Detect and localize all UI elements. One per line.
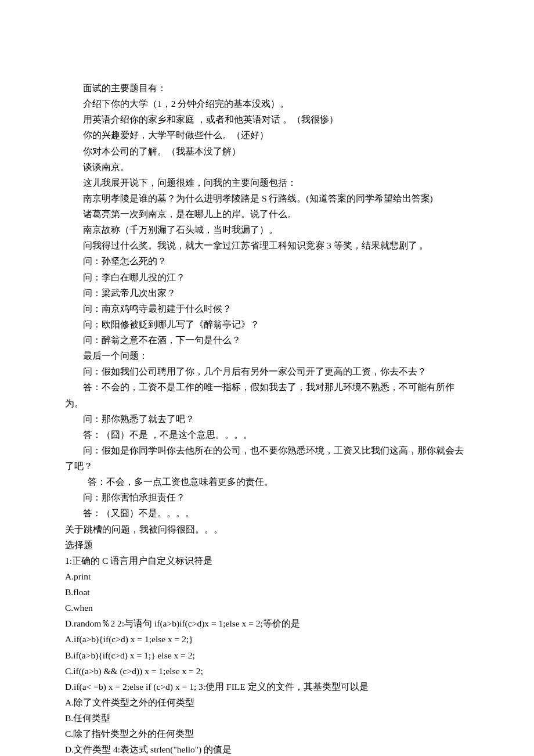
text-line: C.除了指针类型之外的任何类型 xyxy=(65,726,469,741)
text-line: 南京明孝陵是谁的墓？为什么进明孝陵路是 S 行路线。(知道答案的同学希望给出答案… xyxy=(65,190,469,206)
text-line: 答：不会的，工资不是工作的唯一指标，假如我去了，我对那儿环境不熟悉，不可能有所作… xyxy=(65,379,469,411)
text-line: D.文件类型 4:表达式 strlen("hello") 的值是 xyxy=(65,741,469,756)
text-line: 问：那你害怕承担责任？ xyxy=(65,489,469,505)
text-line: 问：假如我们公司聘用了你，几个月后有另外一家公司开了更高的工资，你去不去？ xyxy=(65,363,469,379)
text-line: 介绍下你的大学（1，2 分钟介绍完的基本没戏）。 xyxy=(65,96,469,111)
text-line: 答：（囧）不是 ，不是这个意思。。。。 xyxy=(65,427,469,442)
text-line: C.if((a>b) && (c>d)) x = 1;else x = 2; xyxy=(65,663,469,679)
text-line: 诸葛亮第一次到南京，是在哪儿上的岸。说了什么。 xyxy=(65,206,469,222)
document-page: 面试的主要题目有：介绍下你的大学（1，2 分钟介绍完的基本没戏）。用英语介绍你的… xyxy=(0,0,534,756)
text-line: 选择题 xyxy=(65,537,469,553)
text-line: 问我得过什么奖。我说，就大一拿过江苏省理工科知识竞赛 3 等奖，结果就悲剧了 。 xyxy=(65,237,469,253)
text-line: 你对本公司的了解。（我基本没了解） xyxy=(65,143,469,159)
text-line: 问：梁武帝几次出家？ xyxy=(65,285,469,301)
text-line: A.if(a>b){if(c>d) x = 1;else x = 2;} xyxy=(65,631,469,647)
text-line: 你的兴趣爱好，大学平时做些什么。（还好） xyxy=(65,127,469,143)
text-line: 问：欧阳修被贬到哪儿写了《醉翁亭记》？ xyxy=(65,316,469,332)
document-content: 面试的主要题目有：介绍下你的大学（1，2 分钟介绍完的基本没戏）。用英语介绍你的… xyxy=(65,80,469,756)
text-line: D.random％2 2:与语句 if(a>b)if(c>d)x = 1;els… xyxy=(65,615,469,631)
text-line: 关于跳槽的问题，我被问得很囧。。。 xyxy=(65,521,469,537)
text-line: 面试的主要题目有： xyxy=(65,80,469,96)
text-line: 问：醉翁之意不在酒，下一句是什么？ xyxy=(65,332,469,348)
text-line: 最后一个问题： xyxy=(65,348,469,363)
text-line: 这儿我展开说下，问题很难，问我的主要问题包括： xyxy=(65,175,469,190)
text-line: 问：那你熟悉了就去了吧？ xyxy=(65,411,469,427)
text-line: B.任何类型 xyxy=(65,710,469,726)
text-line: 问：南京鸡鸣寺最初建于什么时候？ xyxy=(65,301,469,316)
text-line: 问：李白在哪儿投的江？ xyxy=(65,269,469,285)
text-line: 南京故称（千万别漏了石头城，当时我漏了）。 xyxy=(65,222,469,237)
text-line: 问：假如是你同学叫你去他所在的公司，也不要你熟悉环境，工资又比我们这高，那你就会… xyxy=(65,442,469,474)
text-line: B.float xyxy=(65,584,469,600)
text-line: A.除了文件类型之外的任何类型 xyxy=(65,694,469,710)
text-line: 1:正确的 C 语言用户自定义标识符是 xyxy=(65,553,469,568)
text-line: D.if(a< =b) x = 2;else if (c>d) x = 1; 3… xyxy=(65,679,469,694)
text-line: 答：（又囧）不是。。。。 xyxy=(65,505,469,521)
text-line: 用英语介绍你的家乡和家庭 ，或者和他英语对话 。（我很惨） xyxy=(65,111,469,127)
text-line: 答：不会，多一点工资也意味着更多的责任。 xyxy=(65,474,469,489)
text-line: C.when xyxy=(65,600,469,615)
text-line: A.print xyxy=(65,568,469,584)
text-line: B.if(a>b){if(c>d) x = 1;} else x = 2; xyxy=(65,647,469,663)
text-line: 谈谈南京。 xyxy=(65,159,469,175)
text-line: 问：孙坚怎么死的？ xyxy=(65,253,469,269)
